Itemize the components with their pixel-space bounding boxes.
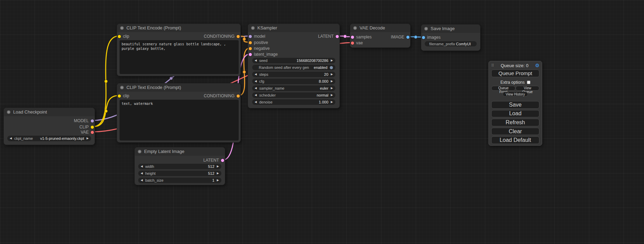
collapse-dot[interactable] — [120, 86, 124, 89]
decrement-arrow-icon[interactable]: ◀ — [10, 136, 12, 141]
output-dot-conditioning[interactable] — [237, 35, 240, 38]
output-dot-conditioning[interactable] — [237, 94, 240, 98]
node-empty-latent-image[interactable]: Empty Latent Image LATENT ◀ width 512 ▶ … — [134, 147, 225, 185]
view-history-button[interactable]: View History — [503, 92, 528, 97]
settings-gear-icon[interactable]: ⚙ — [535, 63, 539, 68]
decrement-arrow-icon[interactable]: ◀ — [255, 79, 257, 84]
collapse-dot[interactable] — [138, 150, 141, 153]
node-vae-decode[interactable]: VAE Decode samples vae IMAGE — [350, 24, 411, 48]
widget-seed[interactable]: ◀ seed 156680208700286 ▶ — [252, 58, 335, 63]
input-dot-positive[interactable] — [249, 41, 252, 44]
increment-arrow-icon[interactable]: ▶ — [217, 171, 219, 176]
widget-batch-size[interactable]: ◀ batch_size 1 ▶ — [138, 178, 221, 183]
history-row: View History — [491, 92, 539, 97]
widget-random-seed-toggle[interactable]: Random seed after every gen enabled — [252, 65, 335, 70]
output-dot-vae[interactable] — [91, 131, 94, 134]
increment-arrow-icon[interactable]: ▶ — [331, 99, 333, 105]
link-midpoint-model — [170, 77, 173, 80]
slot-label: clip — [123, 34, 129, 39]
node-title-bar[interactable]: KSampler — [248, 24, 339, 32]
widget-sampler-name[interactable]: ◀ sampler_name euler ▶ — [252, 85, 335, 91]
decrement-arrow-icon[interactable]: ◀ — [141, 171, 143, 176]
node-clip-text-encode-negative[interactable]: CLIP Text Encode (Prompt) clip CONDITION… — [117, 83, 241, 143]
output-dot-clip[interactable] — [91, 126, 94, 129]
decrement-arrow-icon[interactable]: ◀ — [255, 72, 257, 77]
decrement-arrow-icon[interactable]: ◀ — [255, 99, 257, 105]
decrement-arrow-icon[interactable]: ◀ — [255, 58, 257, 63]
node-title-bar[interactable]: CLIP Text Encode (Prompt) — [117, 83, 240, 92]
slot-label: clip — [123, 93, 129, 98]
decrement-arrow-icon[interactable]: ◀ — [255, 85, 257, 91]
load-default-button[interactable]: Load Default — [491, 136, 539, 144]
node-clip-text-encode-positive[interactable]: CLIP Text Encode (Prompt) clip CONDITION… — [117, 24, 241, 76]
widget-ckpt-name[interactable]: ◀ ckpt_name v1-5-pruned-emaonly.ckpt ▶ — [7, 136, 91, 141]
widget-steps[interactable]: ◀ steps 20 ▶ — [252, 72, 335, 77]
widget-cfg[interactable]: ◀ cfg 8.000 ▶ — [252, 79, 335, 84]
output-dot-model[interactable] — [91, 119, 94, 123]
toggle-indicator[interactable] — [330, 66, 333, 69]
queue-prompt-button[interactable]: Queue Prompt — [491, 70, 539, 78]
increment-arrow-icon[interactable]: ▶ — [331, 85, 333, 91]
view-queue-button[interactable]: View Queue — [515, 86, 539, 91]
node-ksampler[interactable]: KSampler model positive negative latent_… — [248, 24, 340, 108]
widget-filename-prefix[interactable]: filename_prefix ComfyUI — [425, 41, 477, 46]
link-midpoint-cond-positive — [243, 38, 246, 41]
clear-button[interactable]: Clear — [491, 128, 539, 135]
decrement-arrow-icon[interactable]: ◀ — [255, 92, 257, 98]
decrement-arrow-icon[interactable]: ◀ — [141, 164, 143, 169]
widget-width[interactable]: ◀ width 512 ▶ — [138, 164, 221, 169]
widget-denoise[interactable]: ◀ denoise 1.000 ▶ — [252, 99, 335, 105]
increment-arrow-icon[interactable]: ▶ — [331, 79, 333, 84]
input-dot-negative[interactable] — [249, 47, 252, 50]
slot-label: MODEL — [74, 118, 89, 123]
collapse-dot[interactable] — [424, 27, 428, 30]
save-button[interactable]: Save — [491, 101, 539, 109]
input-dot-latent-image[interactable] — [249, 53, 252, 56]
node-load-checkpoint[interactable]: Load Checkpoint MODEL CLIP VAE ◀ ckpt_na… — [3, 108, 95, 145]
slot-label: samples — [356, 35, 372, 39]
collapse-dot[interactable] — [353, 26, 357, 30]
collapse-dot[interactable] — [251, 26, 255, 30]
increment-arrow-icon[interactable]: ▶ — [87, 136, 89, 141]
increment-arrow-icon[interactable]: ▶ — [217, 178, 219, 183]
node-title-bar[interactable]: VAE Decode — [350, 24, 410, 32]
input-dot-vae[interactable] — [351, 42, 354, 45]
input-dot-samples[interactable] — [351, 36, 354, 39]
widget-height[interactable]: ◀ height 512 ▶ — [138, 171, 221, 176]
widget-name: denoise — [259, 100, 273, 104]
input-slot-images: images — [422, 35, 441, 40]
widget-scheduler[interactable]: ◀ scheduler normal ▶ — [252, 92, 335, 98]
refresh-button[interactable]: Refresh — [491, 119, 539, 126]
drag-handle-icon[interactable]: ⠿ — [491, 63, 494, 68]
node-title-bar[interactable]: Save Image — [421, 25, 480, 33]
node-title-bar[interactable]: Empty Latent Image — [135, 147, 225, 156]
decrement-arrow-icon[interactable]: ◀ — [141, 178, 143, 183]
slot-label: VAE — [81, 130, 89, 135]
graph-canvas[interactable]: Load Checkpoint MODEL CLIP VAE ◀ ckpt_na… — [0, 0, 644, 244]
widget-value: ComfyUI — [456, 42, 471, 46]
input-dot-images[interactable] — [422, 36, 425, 39]
load-button[interactable]: Load — [491, 110, 539, 118]
node-save-image[interactable]: Save Image images filename_prefix ComfyU… — [421, 24, 480, 51]
prompt-textarea[interactable]: beautiful scenery nature glass bottle la… — [120, 40, 239, 74]
collapse-dot[interactable] — [120, 26, 124, 30]
output-dot-image[interactable] — [406, 36, 409, 39]
increment-arrow-icon[interactable]: ▶ — [217, 164, 219, 169]
increment-arrow-icon[interactable]: ▶ — [331, 92, 333, 98]
input-dot-model[interactable] — [249, 35, 252, 38]
input-dot-clip[interactable] — [118, 35, 121, 38]
widget-value: 1 — [212, 178, 214, 182]
queue-front-button[interactable]: Queue Front — [491, 86, 515, 91]
output-dot-latent[interactable] — [221, 159, 224, 162]
widget-name: filename_prefix — [429, 42, 455, 46]
slot-label: CONDITIONING — [204, 93, 235, 98]
node-title-bar[interactable]: Load Checkpoint — [4, 108, 95, 116]
extra-options-checkbox[interactable] — [527, 81, 530, 84]
collapse-dot[interactable] — [7, 110, 10, 114]
prompt-textarea[interactable]: text, watermark — [120, 100, 239, 141]
output-dot-latent[interactable] — [336, 35, 339, 38]
node-title-bar[interactable]: CLIP Text Encode (Prompt) — [117, 24, 240, 32]
input-dot-clip[interactable] — [118, 94, 121, 98]
increment-arrow-icon[interactable]: ▶ — [331, 58, 333, 63]
increment-arrow-icon[interactable]: ▶ — [331, 72, 333, 77]
